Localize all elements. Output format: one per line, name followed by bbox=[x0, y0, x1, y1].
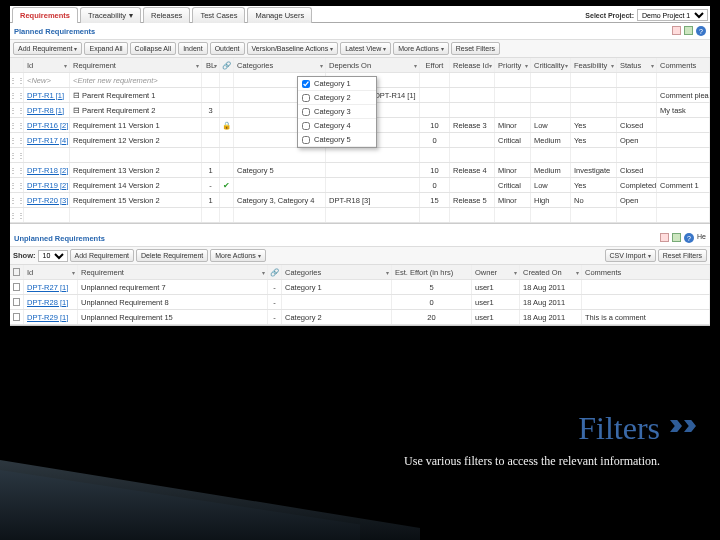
row-checkbox[interactable] bbox=[10, 310, 24, 324]
release-cell[interactable] bbox=[450, 88, 495, 102]
category-checkbox[interactable] bbox=[302, 136, 310, 144]
reset-filters-button[interactable]: Reset Filters bbox=[451, 42, 500, 55]
feasibility-cell[interactable]: No bbox=[571, 193, 617, 207]
category-checkbox[interactable] bbox=[302, 80, 310, 88]
comments-cell[interactable]: Comment please bbox=[657, 88, 710, 102]
effort-cell[interactable]: 0 bbox=[392, 295, 472, 309]
depends-cell[interactable] bbox=[326, 148, 420, 162]
col-categories[interactable]: Categories▾ bbox=[234, 58, 326, 72]
req-name[interactable]: Requirement 12 Version 2 bbox=[70, 133, 202, 147]
category-option[interactable]: Category 2 bbox=[298, 91, 376, 105]
col-created[interactable]: Created On▾ bbox=[520, 265, 582, 279]
req-name[interactable]: Requirement 14 Version 2 bbox=[70, 178, 202, 192]
col-bl[interactable]: BL▾ bbox=[202, 58, 220, 72]
categories-cell[interactable]: Category 1 bbox=[282, 280, 392, 294]
project-dropdown[interactable]: Demo Project 1 bbox=[637, 9, 708, 21]
criticality-cell[interactable] bbox=[531, 88, 571, 102]
category-checkbox[interactable] bbox=[302, 122, 310, 130]
col-lock[interactable]: 🔗 bbox=[220, 58, 234, 72]
comments-cell[interactable] bbox=[657, 148, 710, 162]
priority-cell[interactable] bbox=[495, 103, 531, 117]
drag-handle-icon[interactable]: ⋮⋮ bbox=[10, 73, 24, 87]
req-name[interactable]: ⊟ Parent Requirement 2 bbox=[70, 103, 202, 117]
status-cell[interactable] bbox=[617, 148, 657, 162]
comments-cell[interactable]: My task bbox=[657, 103, 710, 117]
comments-cell[interactable] bbox=[582, 295, 710, 309]
csv-import-button[interactable]: CSV Import▾ bbox=[605, 249, 656, 262]
req-id-link[interactable]: DPT-R1 [1] bbox=[24, 88, 70, 102]
comments-cell[interactable]: Comment 1 bbox=[657, 178, 710, 192]
effort-cell[interactable] bbox=[420, 208, 450, 222]
release-cell[interactable] bbox=[450, 133, 495, 147]
req-id-link[interactable]: DPT-R18 [2] bbox=[24, 163, 70, 177]
req-id-link[interactable]: DPT-R29 [1] bbox=[24, 310, 78, 324]
category-option[interactable]: Category 1 bbox=[298, 77, 376, 91]
category-checkbox[interactable] bbox=[302, 108, 310, 116]
criticality-cell[interactable]: Low bbox=[531, 118, 571, 132]
col-owner[interactable]: Owner▾ bbox=[472, 265, 520, 279]
categories-cell[interactable] bbox=[282, 295, 392, 309]
drag-handle-icon[interactable]: ⋮⋮ bbox=[10, 103, 24, 117]
criticality-cell[interactable]: High bbox=[531, 193, 571, 207]
req-id-link[interactable]: DPT-R8 [1] bbox=[24, 103, 70, 117]
release-cell[interactable] bbox=[450, 178, 495, 192]
effort-cell[interactable]: 10 bbox=[420, 118, 450, 132]
comments-cell[interactable] bbox=[657, 133, 710, 147]
feasibility-cell[interactable]: Yes bbox=[571, 133, 617, 147]
req-name[interactable] bbox=[70, 148, 202, 162]
excel-export-icon[interactable] bbox=[684, 26, 693, 35]
col-status[interactable]: Status▾ bbox=[617, 58, 657, 72]
col-requirement[interactable]: Requirement▾ bbox=[70, 58, 202, 72]
drag-handle-icon[interactable]: ⋮⋮ bbox=[10, 178, 24, 192]
row-checkbox[interactable] bbox=[10, 295, 24, 309]
indent-button[interactable]: Indent bbox=[178, 42, 207, 55]
col-requirement[interactable]: Requirement▾ bbox=[78, 265, 268, 279]
category-option[interactable]: Category 3 bbox=[298, 105, 376, 119]
col-priority[interactable]: Priority▾ bbox=[495, 58, 531, 72]
more-actions-button[interactable]: More Actions▾ bbox=[393, 42, 448, 55]
tab-requirements[interactable]: Requirements bbox=[12, 7, 78, 23]
owner-cell[interactable]: user1 bbox=[472, 295, 520, 309]
depends-cell[interactable]: DPT-R18 [3] bbox=[326, 193, 420, 207]
categories-cell[interactable]: Category 2 bbox=[282, 310, 392, 324]
criticality-cell[interactable]: Medium bbox=[531, 163, 571, 177]
drag-handle-icon[interactable]: ⋮⋮ bbox=[10, 208, 24, 222]
show-count-select[interactable]: 10 bbox=[38, 250, 68, 262]
category-option[interactable]: Category 5 bbox=[298, 133, 376, 147]
req-id-link[interactable]: DPT-R16 [2] bbox=[24, 118, 70, 132]
owner-cell[interactable]: user1 bbox=[472, 310, 520, 324]
priority-cell[interactable] bbox=[495, 148, 531, 162]
req-name[interactable]: Unplanned requirement 7 bbox=[78, 280, 268, 294]
drag-handle-icon[interactable]: ⋮⋮ bbox=[10, 118, 24, 132]
depends-cell[interactable] bbox=[326, 163, 420, 177]
reset-filters-button[interactable]: Reset Filters bbox=[658, 249, 707, 262]
expand-all-button[interactable]: Expand All bbox=[84, 42, 127, 55]
req-name[interactable]: Unplanned Requirement 8 bbox=[78, 295, 268, 309]
categories-filter-dropdown[interactable]: Category 1 Category 2 Category 3 Categor… bbox=[297, 76, 377, 148]
col-release[interactable]: Release Id▾ bbox=[450, 58, 495, 72]
category-option[interactable]: Category 4 bbox=[298, 119, 376, 133]
criticality-cell[interactable] bbox=[531, 148, 571, 162]
help-icon[interactable]: ? bbox=[696, 26, 706, 36]
col-id[interactable]: Id▾ bbox=[24, 58, 70, 72]
priority-cell[interactable]: Minor bbox=[495, 163, 531, 177]
drag-handle-icon[interactable]: ⋮⋮ bbox=[10, 148, 24, 162]
table-row[interactable]: ⋮⋮DPT-R18 [2]Requirement 13 Version 21Ca… bbox=[10, 163, 710, 178]
req-id-link[interactable]: DPT-R27 [1] bbox=[24, 280, 78, 294]
priority-cell[interactable]: Minor bbox=[495, 193, 531, 207]
drag-handle-icon[interactable]: ⋮⋮ bbox=[10, 163, 24, 177]
feasibility-cell[interactable]: Yes bbox=[571, 118, 617, 132]
status-cell[interactable]: Open bbox=[617, 193, 657, 207]
feasibility-cell[interactable] bbox=[571, 88, 617, 102]
effort-cell[interactable]: 20 bbox=[392, 310, 472, 324]
release-cell[interactable]: Release 4 bbox=[450, 163, 495, 177]
categories-cell[interactable] bbox=[234, 208, 326, 222]
excel-export-icon[interactable] bbox=[672, 233, 681, 242]
tab-traceability[interactable]: Traceability▾ bbox=[80, 7, 141, 23]
status-cell[interactable] bbox=[617, 103, 657, 117]
comments-cell[interactable] bbox=[582, 280, 710, 294]
table-row[interactable]: ⋮⋮DPT-R19 [2]Requirement 14 Version 2-✔0… bbox=[10, 178, 710, 193]
status-cell[interactable]: Closed bbox=[617, 118, 657, 132]
col-attach[interactable]: 🔗 bbox=[268, 265, 282, 279]
req-id-link[interactable]: DPT-R17 [4] bbox=[24, 133, 70, 147]
